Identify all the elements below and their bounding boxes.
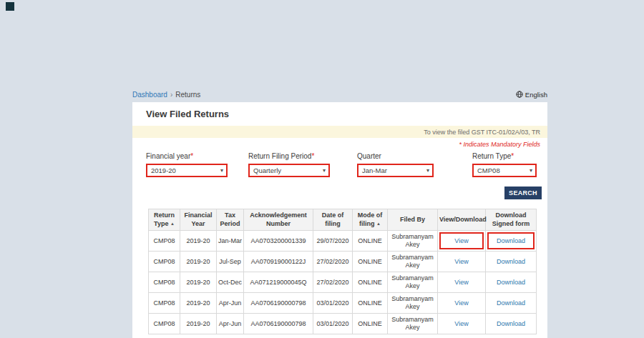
filed-returns-table: Return Type ▲ Financial Year Tax Period … xyxy=(148,209,537,334)
financial-year-select[interactable]: 2019-20 ▾ xyxy=(146,164,228,177)
cell-date-of-filing: 29/07/2020 xyxy=(313,231,353,252)
cell-view: View xyxy=(438,293,486,314)
header-label: Acknowledgement Number xyxy=(250,212,307,227)
breadcrumb-bar: Dashboard › Returns English xyxy=(132,88,547,101)
download-link[interactable]: Download xyxy=(497,258,525,265)
table-row: CMP08 2019-20 Apr-Jun AA0706190000798 03… xyxy=(149,314,537,334)
cell-tax-period: Oct-Dec xyxy=(217,272,244,293)
header-mode-of-filing[interactable]: Mode of filing ▲ xyxy=(353,209,388,231)
return-filing-period-label: Return Filing Period* xyxy=(248,152,314,160)
cell-date-of-filing: 03/01/2020 xyxy=(313,293,353,314)
cell-download: Download xyxy=(486,272,537,293)
cell-filed-by: Subramanyam Akey xyxy=(388,314,438,334)
header-tax-period: Tax Period xyxy=(217,209,244,231)
cell-filed-by: Subramanyam Akey xyxy=(388,272,438,293)
cell-ack-number: AA071219000045Q xyxy=(244,272,313,293)
cell-return-type: CMP08 xyxy=(149,293,180,314)
cell-ack-number: AA070919000122J xyxy=(244,252,313,272)
header-return-type[interactable]: Return Type ▲ xyxy=(149,209,180,231)
cell-view: View xyxy=(438,252,486,272)
cell-tax-period: Jan-Mar xyxy=(217,231,244,252)
cell-return-type: CMP08 xyxy=(149,314,180,334)
financial-year-value: 2019-20 xyxy=(151,166,176,174)
cell-download: Download xyxy=(486,314,537,334)
chevron-down-icon: ▾ xyxy=(323,168,326,174)
return-type-value: CMP08 xyxy=(477,166,500,174)
cell-financial-year: 2019-20 xyxy=(180,252,217,272)
view-link[interactable]: View xyxy=(454,237,468,244)
breadcrumb-dashboard-link[interactable]: Dashboard xyxy=(132,91,167,99)
cell-financial-year: 2019-20 xyxy=(180,314,217,334)
cell-view: View xyxy=(438,272,486,293)
return-filing-period-select[interactable]: Quarterly ▾ xyxy=(248,164,330,177)
cell-return-type: CMP08 xyxy=(149,231,180,252)
required-asterisk: * xyxy=(190,152,193,160)
search-button[interactable]: SEARCH xyxy=(504,187,542,199)
page-title: View Filed Returns xyxy=(146,109,229,119)
cell-ack-number: AA0703200001339 xyxy=(244,231,313,252)
table-row: CMP08 2019-20 Jan-Mar AA0703200001339 29… xyxy=(149,231,537,252)
header-label: View/Download xyxy=(439,216,487,223)
cell-tax-period: Apr-Jun xyxy=(217,293,244,314)
table-row: CMP08 2019-20 Apr-Jun AA0706190000798 03… xyxy=(149,293,537,314)
cell-mode-of-filing: ONLINE xyxy=(353,272,388,293)
cell-mode-of-filing: ONLINE xyxy=(353,231,388,252)
table-header-row: Return Type ▲ Financial Year Tax Period … xyxy=(149,209,537,231)
quarter-value: Jan-Mar xyxy=(362,166,387,174)
header-financial-year: Financial Year xyxy=(180,209,217,231)
header-download-signed-form: Download Signed form xyxy=(486,209,537,231)
return-type-label: Return Type* xyxy=(472,152,514,160)
chevron-down-icon: ▾ xyxy=(220,168,223,174)
language-label: English xyxy=(525,91,547,99)
cell-ack-number: AA0706190000798 xyxy=(244,314,313,334)
cell-date-of-filing: 27/02/2020 xyxy=(313,272,353,293)
required-asterisk: * xyxy=(311,152,314,160)
sort-asc-icon: ▲ xyxy=(376,222,381,226)
header-label: Financial Year xyxy=(184,212,212,227)
table-row: CMP08 2019-20 Oct-Dec AA071219000045Q 27… xyxy=(149,272,537,293)
cell-download: Download xyxy=(486,231,537,252)
mandatory-fields-note: * Indicates Mandatory Fields xyxy=(459,141,540,148)
download-link[interactable]: Download xyxy=(497,279,525,286)
download-link[interactable]: Download xyxy=(497,299,525,307)
table-row: CMP08 2019-20 Jul-Sep AA070919000122J 27… xyxy=(149,252,537,272)
header-label: Download Signed form xyxy=(492,212,530,227)
cell-filed-by: Subramanyam Akey xyxy=(388,231,438,252)
view-link[interactable]: View xyxy=(454,299,468,307)
cell-financial-year: 2019-20 xyxy=(180,231,217,252)
breadcrumb-current: Returns xyxy=(175,91,200,99)
return-filing-period-value: Quarterly xyxy=(253,166,281,174)
cell-tax-period: Apr-Jun xyxy=(217,314,244,334)
corner-mark xyxy=(6,2,14,11)
cell-filed-by: Subramanyam Akey xyxy=(388,293,438,314)
cell-return-type: CMP08 xyxy=(149,252,180,272)
download-link[interactable]: Download xyxy=(497,237,525,244)
cell-financial-year: 2019-20 xyxy=(180,272,217,293)
cell-download: Download xyxy=(486,293,537,314)
chevron-down-icon: ▾ xyxy=(426,168,429,174)
view-link[interactable]: View xyxy=(454,279,468,286)
quarter-label-text: Quarter xyxy=(357,152,381,160)
globe-icon xyxy=(516,91,523,98)
notice-bar: To view the filed GST ITC-01/02A/03, TR xyxy=(132,126,547,138)
cell-mode-of-filing: ONLINE xyxy=(353,314,388,334)
cell-date-of-filing: 27/02/2020 xyxy=(313,252,353,272)
view-link[interactable]: View xyxy=(454,320,468,327)
header-view-download: View/Download xyxy=(438,209,486,231)
cell-ack-number: AA0706190000798 xyxy=(244,293,313,314)
header-label: Date of filing xyxy=(322,212,344,227)
cell-view: View xyxy=(438,231,486,252)
cell-view: View xyxy=(438,314,486,334)
cell-mode-of-filing: ONLINE xyxy=(353,252,388,272)
cell-financial-year: 2019-20 xyxy=(180,293,217,314)
header-label: Filed By xyxy=(400,216,425,223)
header-filed-by: Filed By xyxy=(388,209,438,231)
download-link[interactable]: Download xyxy=(497,320,525,327)
return-type-select[interactable]: CMP08 ▾ xyxy=(472,164,537,177)
quarter-select[interactable]: Jan-Mar ▾ xyxy=(357,164,434,177)
language-selector[interactable]: English xyxy=(516,91,547,99)
return-filing-period-label-text: Return Filing Period xyxy=(248,152,311,160)
view-link[interactable]: View xyxy=(454,258,468,265)
return-type-label-text: Return Type xyxy=(472,152,511,160)
cell-download: Download xyxy=(486,252,537,272)
